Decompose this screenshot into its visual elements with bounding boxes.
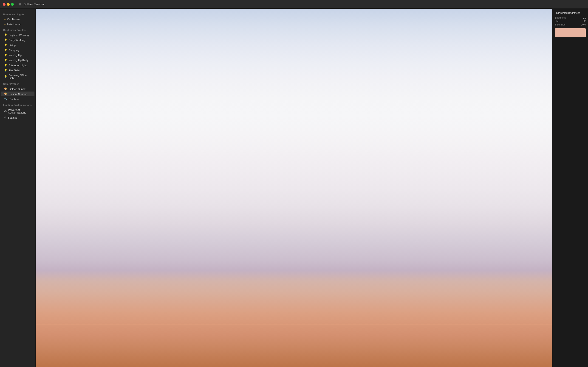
- sidebar-item-lake-house[interactable]: ⌂ Lake House: [1, 22, 35, 26]
- rainbow-label: Rainbow: [9, 98, 19, 100]
- traffic-lights: [3, 3, 14, 6]
- hue-value: 0°: [583, 20, 586, 23]
- sidebar: Rooms and Lights ⌂ Our House ⌂ Lake Hous…: [0, 9, 36, 367]
- sidebar-item-waking-up[interactable]: 💡 Waking Up: [1, 53, 35, 58]
- sidebar-item-brilliant-sunrise[interactable]: 🎨 Brilliant Sunrise: [1, 92, 35, 96]
- power-icon: ⏻: [4, 110, 7, 113]
- sidebar-item-dimming-office-light[interactable]: 💡 Dimming Office Light: [1, 73, 35, 80]
- sidebar-item-rainbow[interactable]: 🔧 Rainbow: [1, 97, 35, 101]
- section-label-lighting: Lighting Customizations: [0, 102, 35, 107]
- sidebar-item-the-toilet[interactable]: 💡 The Toilet: [1, 68, 35, 73]
- gradient-display[interactable]: [36, 9, 552, 367]
- sidebar-item-sleeping[interactable]: 💡 Sleeping: [1, 48, 35, 52]
- dimming-office-label: Dimming Office Light: [9, 74, 31, 79]
- section-label-rooms: Rooms and Lights: [0, 11, 35, 17]
- bulb-icon-dimming: 💡: [4, 75, 7, 78]
- content-area: [36, 9, 552, 367]
- daytime-working-label: Daytime Working: [9, 34, 29, 36]
- section-label-color: Color Profiles: [0, 81, 35, 86]
- house-icon: ⌂: [4, 18, 6, 21]
- settings-label: Settings: [8, 116, 17, 119]
- right-panel: Highlighted Brightness Brightness 11 Hue…: [552, 9, 588, 367]
- section-label-brightness: Brightness Profiles: [0, 27, 35, 32]
- sleeping-label: Sleeping: [9, 49, 19, 52]
- palette-icon-brilliant: 🎨: [4, 92, 7, 95]
- wrench-icon-rainbow: 🔧: [4, 98, 7, 100]
- window-title: Brilliant Sunrise: [24, 2, 44, 6]
- sidebar-item-settings[interactable]: ⚙ Settings: [1, 115, 35, 120]
- bulb-icon-living: 💡: [4, 44, 7, 47]
- sidebar-item-power-off[interactable]: ⏻ Power Off Customizations: [1, 108, 35, 115]
- hue-row: Hue 0°: [555, 20, 586, 23]
- app-body: Rooms and Lights ⌂ Our House ⌂ Lake Hous…: [0, 9, 588, 367]
- bulb-icon-waking-early: 💡: [4, 59, 7, 62]
- early-working-label: Early Working: [9, 39, 25, 42]
- brightness-row: Brightness 11: [555, 17, 586, 19]
- maximize-button[interactable]: [11, 3, 14, 6]
- saturation-label: Saturation: [555, 23, 565, 26]
- saturation-value: 29%: [581, 23, 586, 26]
- close-button[interactable]: [3, 3, 6, 6]
- sidebar-item-golden-sunset[interactable]: 🎨 Golden Sunset: [1, 86, 35, 91]
- brightness-label: Brightness: [555, 17, 566, 19]
- golden-sunset-label: Golden Sunset: [9, 88, 26, 90]
- lake-house-label: Lake House: [7, 23, 21, 25]
- bulb-icon-daytime: 💡: [4, 33, 7, 36]
- sidebar-item-daytime-working[interactable]: 💡 Daytime Working: [1, 33, 35, 37]
- titlebar: ⊞ Brilliant Sunrise: [0, 0, 588, 9]
- bulb-icon-toilet: 💡: [4, 69, 7, 72]
- brilliant-sunrise-label: Brilliant Sunrise: [9, 93, 27, 95]
- gradient-divider-line: [36, 324, 552, 324]
- sidebar-item-afternoon-light[interactable]: 💡 Afternoon Light: [1, 63, 35, 68]
- palette-icon-golden: 🎨: [4, 87, 7, 90]
- waking-up-early-label: Waking Up Early: [9, 59, 28, 62]
- afternoon-light-label: Afternoon Light: [9, 64, 27, 67]
- bulb-icon-early: 💡: [4, 39, 7, 42]
- house-icon-2: ⌂: [4, 23, 6, 25]
- waking-up-label: Waking Up: [9, 54, 22, 57]
- sidebar-item-living[interactable]: 💡 Living: [1, 43, 35, 48]
- color-swatch: [555, 28, 586, 37]
- app-icon: ⊞: [18, 2, 21, 6]
- sidebar-item-our-house[interactable]: ⌂ Our House: [1, 17, 35, 22]
- power-off-label: Power Off Customizations: [8, 108, 31, 114]
- the-toilet-label: The Toilet: [9, 69, 20, 72]
- minimize-button[interactable]: [7, 3, 10, 6]
- saturation-row: Saturation 29%: [555, 23, 586, 26]
- bulb-icon-sleeping: 💡: [4, 49, 7, 52]
- brightness-value: 11: [583, 17, 586, 19]
- bulb-icon-waking: 💡: [4, 54, 7, 57]
- gear-icon: ⚙: [4, 116, 6, 119]
- our-house-label: Our House: [7, 18, 20, 21]
- panel-title: Highlighted Brightness: [555, 11, 586, 14]
- bulb-icon-afternoon: 💡: [4, 64, 7, 67]
- sidebar-item-waking-up-early[interactable]: 💡 Waking Up Early: [1, 58, 35, 63]
- living-label: Living: [9, 44, 16, 47]
- sidebar-item-early-working[interactable]: 💡 Early Working: [1, 38, 35, 42]
- hue-label: Hue: [555, 20, 559, 23]
